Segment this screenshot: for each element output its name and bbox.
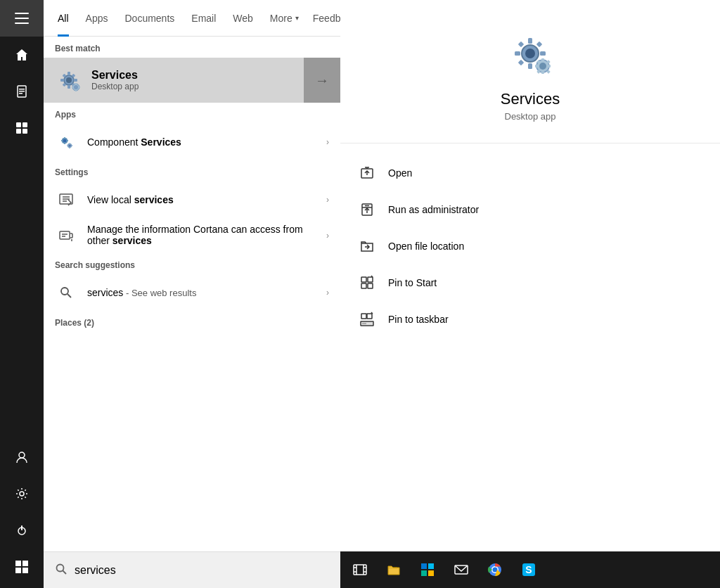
svg-rect-88 — [368, 283, 373, 288]
taskbar-skype-s[interactable]: S — [512, 553, 546, 587]
svg-rect-65 — [536, 41, 542, 47]
search-bar — [44, 551, 340, 588]
svg-rect-0 — [15, 13, 29, 14]
svg-rect-7 — [16, 122, 21, 127]
component-services-text: Component Services — [87, 136, 326, 148]
sidebar-home[interactable] — [0, 37, 44, 73]
action-file-location-label: Open file location — [388, 241, 464, 252]
chevron-right-icon-2: › — [326, 195, 329, 205]
list-item-manage-cortana[interactable]: Manage the information Cortana can acces… — [44, 218, 340, 253]
svg-rect-31 — [75, 89, 77, 91]
svg-point-69 — [539, 63, 546, 70]
action-pin-taskbar[interactable]: Pin to taskbar — [357, 301, 703, 338]
pin-taskbar-icon — [357, 309, 377, 329]
sidebar-apps[interactable] — [0, 110, 44, 146]
taskbar-mail[interactable] — [444, 553, 478, 587]
taskbar: S — [340, 551, 720, 588]
left-sidebar — [0, 0, 44, 588]
svg-rect-45 — [71, 145, 72, 146]
best-match-label: Best match — [44, 37, 340, 58]
tab-bar: All Apps Documents Email Web More ▾ Feed… — [44, 0, 340, 37]
action-pin-taskbar-label: Pin to taskbar — [388, 314, 449, 325]
chevron-right-icon-3: › — [326, 231, 329, 241]
tab-more[interactable]: More ▾ — [262, 0, 307, 37]
admin-icon — [357, 200, 377, 219]
svg-rect-10 — [22, 129, 27, 134]
results-list: Best match — [44, 37, 340, 551]
svg-rect-85 — [361, 277, 366, 282]
action-list: Open Run as administrator — [340, 143, 720, 349]
cortana-icon — [55, 225, 77, 248]
tab-email[interactable]: Email — [183, 0, 224, 37]
svg-rect-17 — [22, 568, 28, 573]
svg-line-57 — [63, 570, 66, 574]
svg-line-55 — [68, 294, 71, 298]
svg-rect-106 — [428, 570, 434, 576]
svg-point-12 — [20, 492, 24, 496]
svg-rect-15 — [22, 561, 28, 566]
svg-rect-64 — [518, 41, 524, 47]
action-run-admin[interactable]: Run as administrator — [357, 191, 703, 228]
right-panel: Services Desktop app Open — [340, 0, 720, 588]
manage-cortana-text: Manage the information Cortana can acces… — [87, 224, 326, 246]
sidebar-power[interactable] — [0, 512, 44, 549]
svg-rect-6 — [19, 93, 22, 94]
action-pin-start[interactable]: Pin to Start — [357, 264, 703, 301]
svg-rect-14 — [15, 561, 21, 566]
svg-rect-96 — [354, 565, 366, 575]
svg-point-54 — [61, 288, 68, 295]
svg-rect-61 — [528, 63, 532, 69]
svg-rect-70 — [541, 58, 544, 62]
tab-web[interactable]: Web — [224, 0, 262, 37]
action-file-location[interactable]: Open file location — [357, 228, 703, 264]
svg-rect-104 — [428, 563, 434, 569]
list-item-component-services[interactable]: Component Services › — [44, 124, 340, 160]
tab-all[interactable]: All — [49, 0, 77, 37]
best-match-arrow[interactable]: → — [304, 58, 340, 103]
folder-icon — [357, 236, 377, 256]
svg-rect-21 — [68, 85, 70, 89]
view-local-services-text: View local services — [87, 194, 326, 205]
list-item-search-services[interactable]: services - See web results › — [44, 274, 340, 311]
app-detail-services-icon — [505, 28, 555, 79]
taskbar-chrome[interactable] — [478, 553, 512, 587]
svg-text:S: S — [525, 564, 532, 575]
best-match-subtitle: Desktop app — [91, 82, 329, 91]
services-icon — [55, 66, 83, 94]
svg-rect-37 — [64, 143, 65, 145]
sidebar-settings[interactable] — [0, 475, 44, 512]
svg-rect-93 — [367, 314, 372, 319]
list-item-view-local-services[interactable]: View local services › — [44, 181, 340, 218]
svg-point-11 — [19, 452, 25, 458]
svg-rect-2 — [15, 23, 29, 24]
settings-label: Settings — [44, 160, 340, 181]
svg-rect-103 — [421, 563, 427, 569]
tab-apps[interactable]: Apps — [77, 0, 117, 37]
svg-rect-73 — [547, 65, 551, 68]
search-icon — [55, 281, 77, 304]
best-match-title: Services — [91, 69, 329, 82]
search-input[interactable] — [75, 564, 329, 577]
taskbar-film[interactable] — [343, 553, 377, 587]
svg-rect-33 — [78, 87, 80, 88]
svg-rect-30 — [75, 83, 77, 85]
svg-rect-32 — [72, 87, 74, 88]
hamburger-menu[interactable] — [0, 0, 44, 37]
svg-rect-94 — [361, 314, 366, 319]
chevron-right-icon-4: › — [326, 288, 329, 298]
tab-documents[interactable]: Documents — [116, 0, 183, 37]
taskbar-folder[interactable] — [377, 553, 411, 587]
view-services-icon — [55, 188, 77, 211]
app-detail-header: Services Desktop app — [340, 0, 720, 143]
action-open[interactable]: Open — [357, 155, 703, 191]
svg-rect-1 — [15, 18, 29, 19]
best-match-item[interactable]: Services Desktop app → — [44, 58, 340, 103]
svg-rect-62 — [515, 51, 520, 56]
svg-rect-43 — [69, 147, 70, 148]
svg-rect-20 — [68, 72, 70, 75]
chevron-down-icon: ▾ — [295, 14, 299, 22]
sidebar-documents[interactable] — [0, 73, 44, 110]
taskbar-store[interactable] — [411, 553, 444, 587]
sidebar-user[interactable] — [0, 439, 44, 475]
start-button[interactable] — [0, 549, 44, 585]
